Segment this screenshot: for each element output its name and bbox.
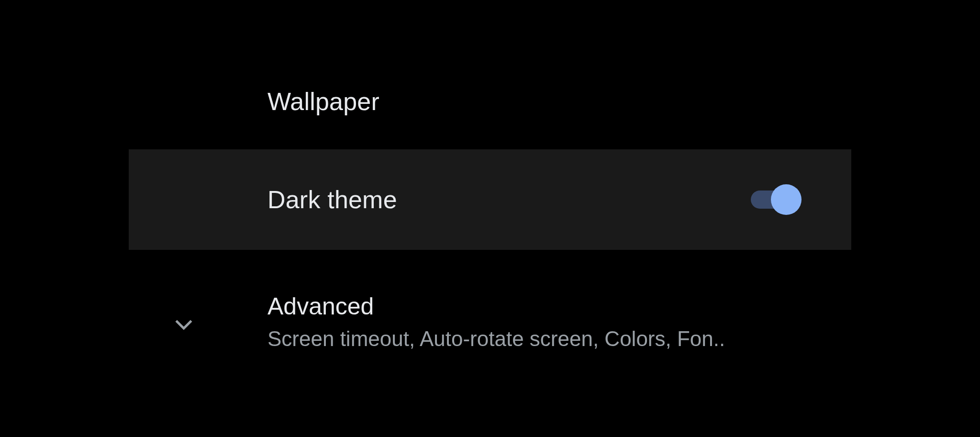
setting-row-advanced[interactable]: Advanced Screen timeout, Auto-rotate scr… <box>129 250 851 374</box>
setting-label: Wallpaper <box>267 87 379 116</box>
setting-row-dark-theme[interactable]: Dark theme <box>129 149 851 250</box>
setting-row-wallpaper[interactable]: Wallpaper <box>129 54 851 149</box>
setting-label: Advanced <box>267 292 832 320</box>
toggle-thumb <box>771 184 802 215</box>
chevron-down-icon <box>169 310 198 339</box>
advanced-text-block: Advanced Screen timeout, Auto-rotate scr… <box>267 273 832 351</box>
screen: Wallpaper Dark theme Advanced Screen tim… <box>0 0 980 437</box>
dark-theme-toggle[interactable] <box>751 183 799 216</box>
setting-summary: Screen timeout, Auto-rotate screen, Colo… <box>267 327 832 351</box>
display-settings-panel: Wallpaper Dark theme Advanced Screen tim… <box>129 54 851 384</box>
setting-label: Dark theme <box>267 185 397 214</box>
